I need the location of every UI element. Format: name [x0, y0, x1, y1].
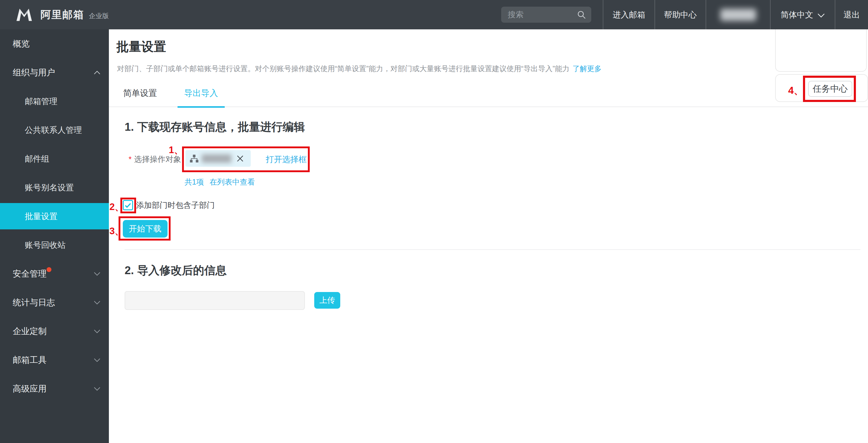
logout-button[interactable]: 退出	[835, 0, 868, 29]
sidebar: 概览 组织与用户 邮箱管理 公共联系人管理 邮件组 账号别名设置 批量设置 账号…	[0, 29, 109, 443]
sidebar-item-account-recycle-bin[interactable]: 账号回收站	[0, 231, 109, 259]
page-description: 对部门、子部门或单个邮箱账号进行设置。对个别账号操作建议使用“简单设置”能力，对…	[117, 63, 868, 74]
chevron-down-icon	[94, 301, 100, 304]
sidebar-item-mailbox-management[interactable]: 邮箱管理	[0, 87, 109, 116]
main-content: 批量设置 对部门、子部门或单个邮箱账号进行设置。对个别账号操作建议使用“简单设置…	[109, 29, 868, 443]
open-selector-link[interactable]: 打开选择框	[266, 146, 307, 172]
sidebar-group-advanced-apps[interactable]: 高级应用	[0, 374, 109, 403]
alimail-logo-icon	[16, 8, 33, 22]
section2-heading: 2. 导入修改后的信息	[125, 263, 226, 278]
header-nav: 进入邮箱 帮助中心 简体中文 退出	[603, 0, 868, 29]
remove-tag-icon[interactable]	[236, 155, 244, 163]
tab-simple-settings[interactable]: 简单设置	[117, 81, 164, 107]
chevron-down-icon	[94, 387, 100, 391]
description-text: 对部门、子部门或单个邮箱账号进行设置。对个别账号操作建议使用“简单设置”能力，对…	[117, 64, 569, 72]
language-selector[interactable]: 简体中文	[770, 0, 835, 29]
logo-edition-badge: 企业版	[89, 11, 109, 21]
task-center-button[interactable]: 任务中心	[808, 81, 852, 97]
logo: 阿里邮箱 企业版	[16, 8, 109, 22]
chevron-down-icon	[817, 13, 825, 18]
sidebar-group-stats-logs[interactable]: 统计与日志	[0, 288, 109, 317]
annotation-step-2: 2、	[110, 201, 124, 213]
app-header: 阿里邮箱 企业版 进入邮箱 帮助中心 简体中文 退出	[0, 0, 868, 29]
notification-dot	[46, 267, 52, 272]
page-title: 批量设置	[117, 38, 868, 55]
chevron-down-icon	[94, 358, 100, 362]
sidebar-group-enterprise-custom[interactable]: 企业定制	[0, 317, 109, 346]
sidebar-item-mail-groups[interactable]: 邮件组	[0, 144, 109, 173]
learn-more-link[interactable]: 了解更多	[572, 64, 601, 72]
checkbox-label: 添加部门时包含子部门	[136, 200, 215, 210]
upload-filename-field[interactable]	[125, 291, 305, 310]
sidebar-group-security[interactable]: 安全管理	[0, 259, 109, 288]
floating-card-top	[775, 29, 867, 72]
annotation-step-3: 3、	[110, 225, 124, 238]
blurred-account-name	[720, 9, 756, 21]
required-asterisk: *	[128, 155, 131, 164]
annotation-step-1: 1、	[169, 144, 183, 156]
include-subdept-checkbox[interactable]	[123, 200, 133, 210]
section-divider	[125, 249, 861, 250]
section1-heading: 1. 下载现存账号信息，批量进行编辑	[125, 120, 305, 135]
selection-count: 共1项	[185, 177, 204, 187]
upload-button[interactable]: 上传	[314, 292, 340, 308]
chevron-up-icon	[94, 71, 100, 75]
org-tree-icon	[190, 154, 199, 163]
tab-bar: 简单设置 导出导入	[109, 81, 868, 107]
sidebar-group-mail-tools[interactable]: 邮箱工具	[0, 346, 109, 374]
search-box[interactable]	[501, 7, 591, 23]
app-root: 阿里邮箱 企业版 进入邮箱 帮助中心 简体中文 退出	[0, 0, 868, 443]
checkbox-check-icon	[125, 203, 131, 208]
sidebar-item-public-contacts[interactable]: 公共联系人管理	[0, 116, 109, 144]
search-icon[interactable]	[577, 10, 586, 20]
sidebar-item-account-alias[interactable]: 账号别名设置	[0, 173, 109, 202]
help-center-button[interactable]: 帮助中心	[654, 0, 706, 29]
sidebar-item-batch-settings[interactable]: 批量设置	[0, 203, 109, 229]
view-in-list-link[interactable]: 在列表中查看	[210, 177, 255, 187]
tab-export-import[interactable]: 导出导入	[178, 81, 225, 107]
logo-text: 阿里邮箱	[40, 8, 84, 22]
chevron-down-icon	[94, 272, 100, 276]
account-menu[interactable]	[706, 0, 770, 29]
annotation-step-4: 4、	[788, 84, 804, 97]
language-label: 简体中文	[781, 9, 813, 20]
chevron-down-icon	[94, 329, 100, 333]
selected-target-tag	[185, 150, 251, 167]
enter-mailbox-button[interactable]: 进入邮箱	[603, 0, 654, 29]
blurred-target-name	[202, 154, 231, 163]
sidebar-group-org-users[interactable]: 组织与用户	[0, 58, 109, 87]
sidebar-item-overview[interactable]: 概览	[0, 29, 109, 58]
start-download-button[interactable]: 开始下载	[123, 220, 167, 238]
